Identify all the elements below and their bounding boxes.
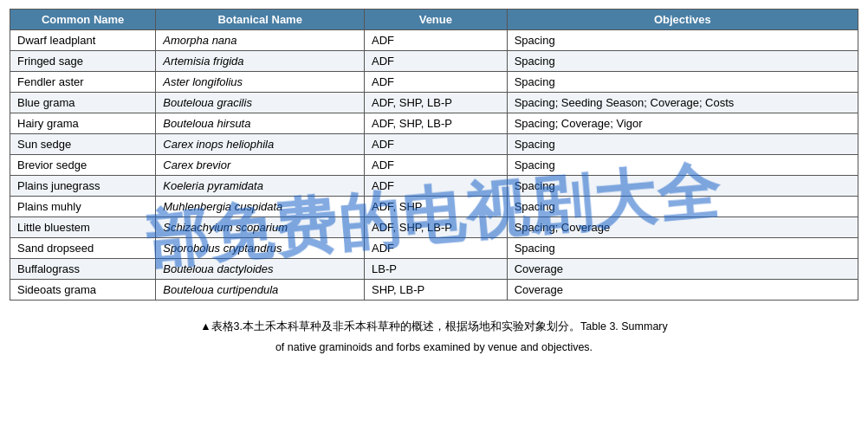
table-cell: Hairy grama — [10, 113, 156, 134]
table-cell: Dwarf leadplant — [10, 30, 156, 51]
table-cell: Fringed sage — [10, 51, 156, 72]
table-cell: Plains junegrass — [10, 176, 156, 197]
table-cell: Bouteloua gracilis — [156, 93, 365, 113]
table-cell: Artemisia frigida — [156, 51, 365, 72]
table-cell: Bouteloua hirsuta — [156, 113, 365, 134]
table-cell: ADF — [365, 176, 508, 197]
col-header-common-name: Common Name — [10, 10, 156, 30]
table-cell: Plains muhly — [10, 197, 156, 217]
header-row: Common Name Botanical Name Venue Objecti… — [10, 10, 858, 30]
table-row: Hairy gramaBouteloua hirsutaADF, SHP, LB… — [10, 113, 858, 134]
table-cell: ADF — [365, 134, 508, 155]
main-container: Common Name Botanical Name Venue Objecti… — [10, 9, 858, 356]
table-row: BuffalograssBouteloua dactyloidesLB-PCov… — [10, 259, 858, 280]
caption-area: ▲表格3.本土禾本科草种及非禾本科草种的概述，根据场地和实验对象划分。Table… — [10, 318, 858, 356]
table-cell: Buffalograss — [10, 259, 156, 280]
col-header-botanical-name: Botanical Name — [156, 10, 365, 30]
table-cell: Sporobolus cryptandrus — [156, 238, 365, 259]
table-cell: SHP, LB-P — [365, 280, 508, 301]
table-cell: Schizachyium scoparium — [156, 217, 365, 238]
table-cell: Spacing — [507, 30, 858, 51]
table-row: Sun sedgeCarex inops heliophilaADFSpacin… — [10, 134, 858, 155]
table-cell: Spacing — [507, 176, 858, 197]
table-cell: Sand dropseed — [10, 238, 156, 259]
col-header-objectives: Objectives — [507, 10, 858, 30]
table-cell: Spacing — [507, 238, 858, 259]
table-cell: Bouteloua dactyloides — [156, 259, 365, 280]
table-row: Sand dropseedSporobolus cryptandrusADFSp… — [10, 238, 858, 259]
caption-line2: of native graminoids and forbs examined … — [10, 339, 858, 356]
table-cell: Blue grama — [10, 93, 156, 113]
table-row: Plains muhlyMuhlenbergia cuspidataADF, S… — [10, 197, 858, 217]
table-cell: Spacing — [507, 72, 858, 93]
data-table: Common Name Botanical Name Venue Objecti… — [10, 9, 858, 301]
table-cell: ADF — [365, 30, 508, 51]
table-cell: ADF — [365, 155, 508, 176]
table-cell: Carex inops heliophila — [156, 134, 365, 155]
col-header-venue: Venue — [365, 10, 508, 30]
table-cell: Spacing — [507, 197, 858, 217]
table-cell: Spacing; Coverage; Vigor — [507, 113, 858, 134]
table-cell: Fendler aster — [10, 72, 156, 93]
table-cell: ADF, SHP, LB-P — [365, 217, 508, 238]
table-cell: Little bluestem — [10, 217, 156, 238]
caption-line1: ▲表格3.本土禾本科草种及非禾本科草种的概述，根据场地和实验对象划分。Table… — [10, 318, 858, 335]
table-row: Little bluestemSchizachyium scopariumADF… — [10, 217, 858, 238]
table-row: Plains junegrassKoeleria pyramidataADFSp… — [10, 176, 858, 197]
table-row: Fendler asterAster longifoliusADFSpacing — [10, 72, 858, 93]
table-cell: Spacing; Coverage — [507, 217, 858, 238]
table-cell: ADF, SHP — [365, 197, 508, 217]
table-row: Brevior sedgeCarex breviorADFSpacing — [10, 155, 858, 176]
table-cell: Spacing — [507, 134, 858, 155]
table-cell: Sun sedge — [10, 134, 156, 155]
table-row: Sideoats gramaBouteloua curtipendulaSHP,… — [10, 280, 858, 301]
table-cell: Coverage — [507, 280, 858, 301]
table-cell: ADF — [365, 72, 508, 93]
table-cell: Bouteloua curtipendula — [156, 280, 365, 301]
table-cell: Muhlenbergia cuspidata — [156, 197, 365, 217]
table-cell: Koeleria pyramidata — [156, 176, 365, 197]
table-cell: Brevior sedge — [10, 155, 156, 176]
table-cell: Spacing — [507, 155, 858, 176]
table-cell: ADF, SHP, LB-P — [365, 93, 508, 113]
table-row: Fringed sageArtemisia frigidaADFSpacing — [10, 51, 858, 72]
table-cell: ADF — [365, 51, 508, 72]
table-cell: Amorpha nana — [156, 30, 365, 51]
table-body: Dwarf leadplantAmorpha nanaADFSpacingFri… — [10, 30, 858, 301]
table-cell: Carex brevior — [156, 155, 365, 176]
table-cell: Aster longifolius — [156, 72, 365, 93]
table-cell: Spacing — [507, 51, 858, 72]
table-cell: ADF, SHP, LB-P — [365, 113, 508, 134]
table-cell: Spacing; Seeding Season; Coverage; Costs — [507, 93, 858, 113]
table-row: Dwarf leadplantAmorpha nanaADFSpacing — [10, 30, 858, 51]
table-cell: Coverage — [507, 259, 858, 280]
table-cell: Sideoats grama — [10, 280, 156, 301]
table-cell: ADF — [365, 238, 508, 259]
table-row: Blue gramaBouteloua gracilisADF, SHP, LB… — [10, 93, 858, 113]
table-cell: LB-P — [365, 259, 508, 280]
